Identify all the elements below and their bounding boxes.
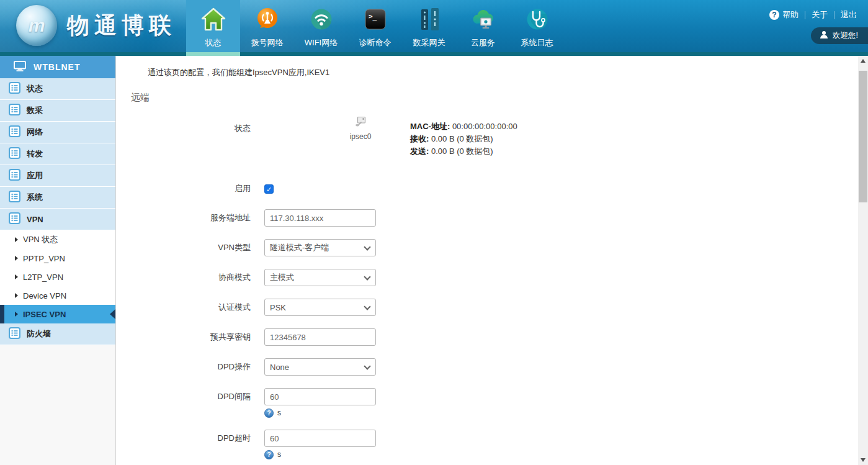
dpd-interval-input[interactable] xyxy=(264,388,376,405)
field-label: 协商模式 xyxy=(117,272,251,283)
enable-checkbox[interactable]: ✓ xyxy=(264,184,274,194)
interface-info: MAC-地址: 00:00:00:00:00:00 接收: 0.00 B (0 … xyxy=(410,120,517,158)
sidebar-item-network[interactable]: 网络 xyxy=(0,122,115,143)
scroll-up-arrow[interactable] xyxy=(858,56,868,66)
sidebar-item-label: 应用 xyxy=(27,170,43,181)
sidebar-item-data-acquisition[interactable]: 数采 xyxy=(0,100,115,122)
help-link[interactable]: 帮助 xyxy=(782,9,799,20)
auth-mode-row: 认证模式 PSK xyxy=(117,299,376,316)
dpd-timeout-input[interactable] xyxy=(264,430,376,447)
help-icon[interactable]: ? xyxy=(264,450,274,459)
main-content: 通过该页的配置，我们能组建IpsecVPN应用,IKEV1 远端 状态 ipse… xyxy=(117,56,858,465)
brand-logo: m 物通博联 xyxy=(16,5,176,46)
list-icon xyxy=(9,191,20,205)
field-label: 服务端地址 xyxy=(117,212,251,223)
nav-item-status[interactable]: 状态 xyxy=(186,0,240,52)
sidebar-item-label: 数采 xyxy=(27,105,43,116)
enable-label: 启用 xyxy=(117,183,251,194)
server-address-row: 服务端地址 xyxy=(117,209,376,227)
monitor-icon xyxy=(14,61,26,74)
top-links: ? 帮助 关于 退出 xyxy=(769,9,857,20)
nav-item-diagnostic-command[interactable]: >_ 诊断命令 xyxy=(348,0,402,52)
submenu-item-label: VPN 状态 xyxy=(23,234,58,245)
svg-text:>_: >_ xyxy=(369,12,377,20)
welcome-button[interactable]: 欢迎您! xyxy=(811,27,868,44)
nav-item-cloud-service[interactable]: 云服务 xyxy=(456,0,510,52)
nav-item-data-gateway[interactable]: 数采网关 xyxy=(402,0,456,52)
field-label: VPN类型 xyxy=(117,242,251,253)
sidebar-item-application[interactable]: 应用 xyxy=(0,165,115,187)
chevron-down-icon xyxy=(364,363,370,369)
unit-label: s xyxy=(277,409,281,417)
sidebar-item-label: VPN xyxy=(27,215,43,224)
top-nav: 状态 拨号网络 WIFI网络 xyxy=(186,0,564,52)
scrollbar-thumb[interactable] xyxy=(859,71,867,202)
negotiation-mode-row: 协商模式 主模式 xyxy=(117,269,376,286)
sidebar-item-firewall[interactable]: 防火墙 xyxy=(0,323,115,345)
wifi-icon xyxy=(307,5,336,34)
server-address-input[interactable] xyxy=(264,209,376,227)
sidebar-item-label: 转发 xyxy=(27,148,43,160)
nav-item-dial-network[interactable]: 拨号网络 xyxy=(240,0,294,52)
list-icon xyxy=(9,82,20,96)
list-icon xyxy=(9,147,20,161)
about-link[interactable]: 关于 xyxy=(812,9,828,20)
triangle-bullet-icon xyxy=(15,293,18,298)
user-icon xyxy=(820,30,828,42)
help-question-icon[interactable]: ? xyxy=(769,10,779,20)
divider xyxy=(805,11,805,19)
status-row-label: 状态 xyxy=(117,123,251,134)
logout-link[interactable]: 退出 xyxy=(841,9,857,20)
vpn-type-row: VPN类型 隧道模式-客户端 xyxy=(117,239,376,256)
top-header: m 物通博联 状态 拨号网络 xyxy=(0,0,868,56)
list-icon xyxy=(9,125,20,140)
sidebar-item-label: 网络 xyxy=(27,127,43,138)
sidebar: WTBLNET 状态 数采 网络 转发 应用 系统 VPN VPN 状态 PPT… xyxy=(0,56,116,465)
submenu-item-ipsec-vpn[interactable]: IPSEC VPN xyxy=(0,305,115,323)
field-label: 认证模式 xyxy=(117,302,251,313)
dpd-interval-row: DPD间隔 xyxy=(117,388,376,405)
submenu-item-vpn-status[interactable]: VPN 状态 xyxy=(0,230,115,249)
dpd-action-select[interactable]: None xyxy=(264,358,376,376)
chevron-down-icon xyxy=(364,273,370,280)
nav-label: 数采网关 xyxy=(413,37,445,48)
enable-row: 启用 ✓ xyxy=(117,180,274,197)
scroll-down-arrow[interactable] xyxy=(858,455,868,465)
vpn-type-select[interactable]: 隧道模式-客户端 xyxy=(264,239,376,256)
nav-label: 系统日志 xyxy=(521,37,553,48)
mac-line: MAC-地址: 00:00:00:00:00:00 xyxy=(410,120,517,133)
list-icon xyxy=(9,169,20,183)
submenu-item-label: PPTP_VPN xyxy=(23,254,65,263)
preshared-key-input[interactable] xyxy=(264,328,376,346)
help-icon[interactable]: ? xyxy=(264,409,274,418)
interface-name: ipsec0 xyxy=(339,132,382,141)
vpn-submenu: VPN 状态 PPTP_VPN L2TP_VPN Device VPN IPSE… xyxy=(0,230,115,323)
welcome-text: 欢迎您! xyxy=(833,30,858,41)
dpd-action-row: DPD操作 None xyxy=(117,358,376,376)
nav-item-wifi-network[interactable]: WIFI网络 xyxy=(294,0,348,52)
sidebar-item-forwarding[interactable]: 转发 xyxy=(0,143,115,165)
sidebar-item-system[interactable]: 系统 xyxy=(0,187,115,209)
submenu-item-device-vpn[interactable]: Device VPN xyxy=(0,286,115,305)
submenu-item-l2tp-vpn[interactable]: L2TP_VPN xyxy=(0,268,115,286)
nav-label: 拨号网络 xyxy=(251,37,284,48)
field-label: DPD间隔 xyxy=(117,391,251,402)
sidebar-item-status[interactable]: 状态 xyxy=(0,78,115,100)
list-icon xyxy=(9,327,20,341)
sidebar-item-vpn[interactable]: VPN xyxy=(0,209,115,230)
auth-mode-select[interactable]: PSK xyxy=(264,299,376,316)
tx-line: 发送: 0.00 B (0 数据包) xyxy=(410,145,517,158)
nav-label: 云服务 xyxy=(471,37,495,48)
nav-label: WIFI网络 xyxy=(305,37,338,48)
submenu-item-pptp-vpn[interactable]: PPTP_VPN xyxy=(0,249,115,268)
dial-network-icon xyxy=(253,5,282,34)
vertical-scrollbar[interactable] xyxy=(858,56,868,465)
nav-item-system-log[interactable]: 系统日志 xyxy=(510,0,564,52)
device-name: WTBLNET xyxy=(34,62,80,72)
section-title: 远端 xyxy=(131,92,150,104)
sidebar-item-label: 防火墙 xyxy=(27,328,51,340)
sidebar-item-label: 状态 xyxy=(27,83,43,94)
negotiation-mode-select[interactable]: 主模式 xyxy=(264,269,376,286)
terminal-icon: >_ xyxy=(361,5,390,34)
interface-block: ipsec0 xyxy=(339,116,382,141)
